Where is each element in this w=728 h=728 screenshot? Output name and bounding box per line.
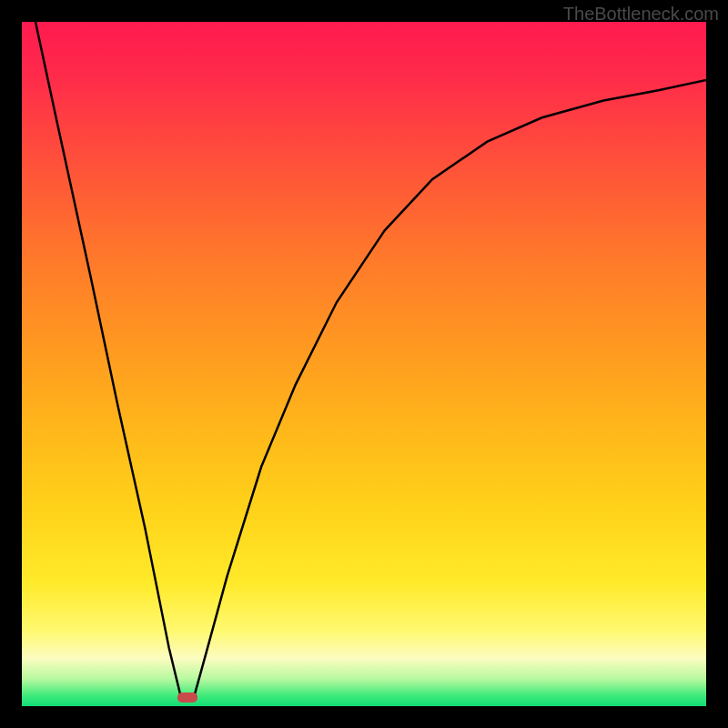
curve-canvas	[22, 22, 706, 706]
min-marker	[177, 693, 197, 703]
watermark-label: TheBottleneck.com	[563, 4, 719, 25]
curve-path	[35, 22, 706, 696]
plot-area	[22, 22, 706, 706]
